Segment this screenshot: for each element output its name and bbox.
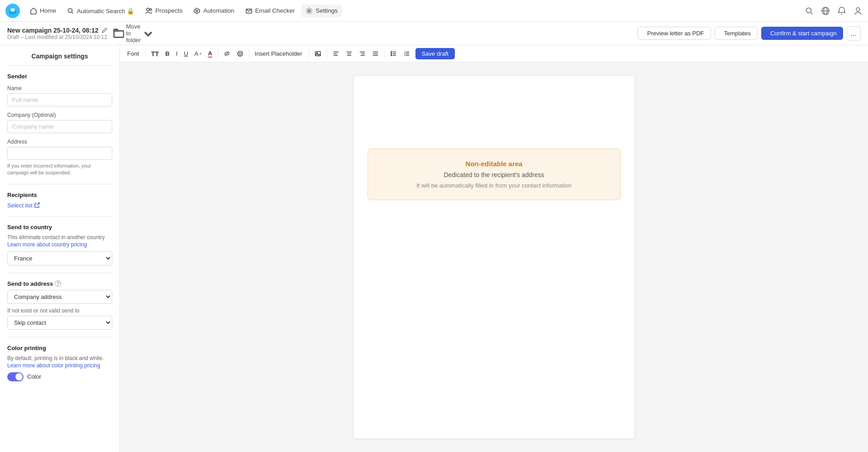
nav-automatic-search[interactable]: Automatic Search 🔒 bbox=[62, 5, 139, 17]
text-size-button[interactable]: TT bbox=[148, 48, 162, 59]
main-layout: Campaign settings Sender Name Company (O… bbox=[0, 45, 868, 452]
letter-white-top bbox=[354, 76, 634, 149]
numbered-list-button[interactable]: 1.2.3. bbox=[401, 48, 413, 59]
svg-point-3 bbox=[68, 8, 72, 12]
emoji-icon bbox=[237, 50, 243, 57]
svg-point-10 bbox=[806, 8, 811, 13]
svg-point-39 bbox=[391, 53, 392, 54]
justify-button[interactable] bbox=[369, 48, 382, 59]
sidebar-title: Campaign settings bbox=[7, 53, 112, 66]
letter-white-bottom[interactable] bbox=[354, 209, 634, 390]
underline-label: U bbox=[184, 50, 188, 57]
campaign-subtitle: Draft – Last modified at 25/10/2024 10:1… bbox=[7, 34, 108, 40]
topnav-actions bbox=[805, 6, 863, 15]
email-checker-icon bbox=[245, 7, 253, 14]
user-icon[interactable] bbox=[854, 6, 863, 15]
font-color-button[interactable]: A bbox=[205, 48, 215, 59]
svg-point-22 bbox=[240, 53, 241, 53]
search-icon[interactable] bbox=[805, 6, 814, 15]
align-left-button[interactable] bbox=[330, 48, 342, 59]
address-type-select[interactable]: Company address Personal address bbox=[7, 290, 112, 304]
learn-more-color-link[interactable]: Learn more about color printing pricing bbox=[7, 362, 100, 369]
editor-canvas[interactable]: Non-editable area Dedicated to the recip… bbox=[120, 63, 868, 452]
insert-placeholder-label: Insert Placeholder bbox=[255, 50, 302, 57]
globe-icon[interactable] bbox=[821, 6, 830, 15]
fallback-select[interactable]: Skip contact Send anyway Use personal ad… bbox=[7, 316, 112, 330]
send-to-country-desc: This eliminate contact in another countr… bbox=[7, 234, 112, 240]
editor-area: Font TT B I U A + A bbox=[120, 45, 868, 452]
templates-button[interactable]: Templates bbox=[715, 27, 758, 40]
app-logo[interactable] bbox=[5, 4, 20, 18]
folder-icon bbox=[113, 28, 124, 39]
confirm-start-button[interactable]: Confirm & start campaign bbox=[761, 27, 843, 40]
svg-marker-6 bbox=[194, 8, 200, 14]
underline-button[interactable]: U bbox=[181, 48, 191, 59]
select-list-label: Select list bbox=[7, 202, 33, 209]
nav-email-checker[interactable]: Email Checker bbox=[241, 5, 300, 17]
align-left-icon bbox=[333, 50, 339, 57]
font-button[interactable]: Font bbox=[124, 48, 143, 59]
bold-button[interactable]: B bbox=[162, 48, 172, 59]
save-draft-label: Save draft bbox=[422, 50, 448, 57]
send-to-address-row: Send to address ? bbox=[7, 280, 112, 287]
italic-button[interactable]: I bbox=[173, 48, 181, 59]
move-folder-button[interactable]: Move to folder bbox=[113, 23, 154, 43]
send-to-address-help-icon[interactable]: ? bbox=[55, 280, 61, 287]
justify-icon bbox=[372, 50, 379, 57]
font-label: Font bbox=[127, 50, 139, 57]
templates-label: Templates bbox=[724, 30, 751, 37]
address-input[interactable] bbox=[7, 147, 112, 160]
campaign-settings-sidebar: Campaign settings Sender Name Company (O… bbox=[0, 45, 120, 452]
preview-pdf-label: Preview letter as PDF bbox=[647, 30, 704, 37]
bullet-list-button[interactable] bbox=[387, 48, 400, 59]
svg-text:3.: 3. bbox=[404, 54, 406, 57]
svg-point-20 bbox=[238, 51, 243, 56]
color-toggle-row: Color bbox=[7, 372, 112, 381]
divider-3 bbox=[7, 273, 112, 273]
confirm-label: Confirm & start campaign bbox=[770, 30, 837, 37]
italic-label: I bbox=[176, 50, 178, 57]
font-size-button[interactable]: A + bbox=[192, 48, 205, 59]
subheader-actions: Preview letter as PDF Templates Confirm … bbox=[638, 26, 861, 41]
select-list-link[interactable]: Select list bbox=[7, 202, 40, 209]
color-toggle[interactable] bbox=[7, 372, 24, 381]
subheader: New campaign 25-10-24, 08:12 Draft – Las… bbox=[0, 22, 868, 45]
more-options-button[interactable]: ... bbox=[847, 26, 861, 41]
emoji-button[interactable] bbox=[234, 48, 246, 59]
color-printing-label: Color printing bbox=[7, 345, 112, 351]
toggle-knob bbox=[15, 373, 23, 380]
image-button[interactable] bbox=[312, 48, 324, 59]
nav-settings[interactable]: Settings bbox=[301, 5, 342, 17]
nav-automation[interactable]: Automation bbox=[189, 5, 238, 17]
learn-more-country-link[interactable]: Learn more about country pricing bbox=[7, 241, 87, 248]
edit-icon[interactable] bbox=[101, 27, 108, 34]
campaign-info: New campaign 25-10-24, 08:12 Draft – Las… bbox=[7, 27, 108, 40]
prospects-icon bbox=[145, 7, 153, 14]
toolbar-sep-3 bbox=[249, 49, 249, 58]
color-printing-desc: By default, printing is in black and whi… bbox=[7, 355, 112, 361]
more-options-dots: ... bbox=[851, 29, 857, 37]
link-button[interactable] bbox=[221, 48, 233, 59]
name-input[interactable] bbox=[7, 93, 112, 106]
svg-point-21 bbox=[239, 53, 240, 53]
letter-paper: Non-editable area Dedicated to the recip… bbox=[354, 76, 634, 438]
home-icon bbox=[30, 7, 37, 14]
save-draft-button[interactable]: Save draft bbox=[415, 48, 455, 59]
nav-home[interactable]: Home bbox=[25, 5, 61, 17]
recipients-section-label: Recipients bbox=[7, 192, 112, 198]
insert-placeholder-button[interactable]: Insert Placeholder bbox=[252, 48, 306, 59]
svg-rect-15 bbox=[114, 31, 123, 37]
svg-point-14 bbox=[856, 8, 860, 11]
country-select[interactable]: France Germany Spain UK USA bbox=[7, 251, 112, 265]
numbered-list-icon: 1.2.3. bbox=[403, 50, 410, 57]
campaign-title-row: New campaign 25-10-24, 08:12 bbox=[7, 27, 108, 34]
preview-pdf-button[interactable]: Preview letter as PDF bbox=[638, 27, 711, 40]
company-input[interactable] bbox=[7, 120, 112, 133]
align-center-button[interactable] bbox=[343, 48, 355, 59]
editor-toolbar: Font TT B I U A + A bbox=[120, 45, 868, 63]
nav-prospects[interactable]: Prospects bbox=[141, 5, 187, 17]
align-center-icon bbox=[346, 50, 353, 57]
align-right-button[interactable] bbox=[356, 48, 368, 59]
bullet-list-icon bbox=[390, 50, 397, 57]
bell-icon[interactable] bbox=[837, 6, 846, 15]
